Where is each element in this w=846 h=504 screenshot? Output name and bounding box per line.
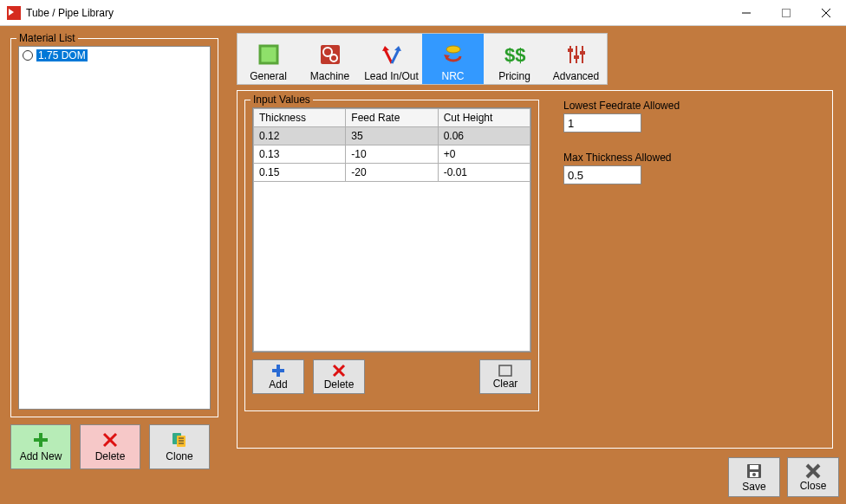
svg-text:$$: $$ [504,44,525,66]
add-row-button[interactable]: Add [252,359,304,394]
app-icon [7,6,21,20]
x-icon [332,364,346,378]
cell-cutheight[interactable]: +0 [438,145,530,164]
col-feedrate[interactable]: Feed Rate [346,109,438,127]
cell-feedrate[interactable]: -10 [346,145,438,164]
cell-feedrate[interactable]: 35 [346,127,438,145]
delete-material-button[interactable]: Delete [80,424,140,469]
advanced-icon [563,41,590,68]
tab-pricing-label: Pricing [498,70,530,82]
material-list-panel: Material List 1.75 DOM [10,38,218,417]
col-cutheight[interactable]: Cut Height [438,109,530,127]
add-new-label: Add New [20,450,62,462]
tab-machine[interactable]: Machine [299,34,361,84]
radio-icon [23,50,33,61]
lowest-feedrate-block: Lowest Feedrate Allowed [563,100,680,132]
tab-bar: General Machine Lead In/Out NRC [237,33,608,85]
clone-material-button[interactable]: Clone [149,424,210,469]
lowest-feedrate-input[interactable] [563,113,641,132]
tab-leadinout[interactable]: Lead In/Out [361,34,422,84]
minimize-button[interactable] [726,0,766,26]
plus-icon [32,431,49,449]
svg-point-17 [446,46,460,53]
cell-feedrate[interactable]: -20 [346,164,438,182]
grid-row[interactable]: 0.13 -10 +0 [254,145,530,164]
clone-icon [171,431,188,449]
clone-label: Clone [166,450,192,462]
lowest-feedrate-label: Lowest Feedrate Allowed [563,100,680,112]
nrc-icon [439,41,467,68]
cell-thickness[interactable]: 0.12 [254,127,346,145]
tab-machine-label: Machine [310,70,349,82]
tab-advanced[interactable]: Advanced [545,34,607,84]
add-row-label: Add [269,378,287,391]
max-thickness-block: Max Thickness Allowed [563,152,672,184]
clear-icon [498,365,512,377]
input-values-legend: Input Values [251,94,313,106]
svg-rect-5 [34,438,48,442]
svg-rect-22 [568,48,573,52]
x-icon [805,463,821,479]
svg-rect-26 [272,369,284,372]
delete-label: Delete [95,450,126,462]
tab-content: Input Values Thickness Feed Rate Cut Hei… [237,90,833,449]
cell-thickness[interactable]: 0.13 [254,145,346,164]
clear-rows-label: Clear [493,378,518,390]
x-icon [101,431,119,449]
delete-row-button[interactable]: Delete [313,359,365,394]
tab-pricing[interactable]: $$ Pricing [484,34,545,84]
grid-empty-area[interactable] [253,182,530,352]
input-values-buttons: Add Delete Clear [252,359,531,394]
grid-row[interactable]: 0.12 35 0.06 [254,127,530,145]
tab-advanced-label: Advanced [553,70,599,82]
svg-rect-1 [783,9,791,16]
pricing-icon: $$ [501,41,529,68]
tab-nrc[interactable]: NRC [422,34,484,84]
svg-rect-31 [750,465,758,469]
window-title: Tube / Pipe Library [26,7,114,19]
material-list[interactable]: 1.75 DOM [18,46,211,410]
svg-rect-13 [260,46,277,63]
cell-cutheight[interactable]: -0.01 [438,164,530,182]
plus-icon [271,364,285,378]
delete-row-label: Delete [324,378,355,391]
svg-rect-24 [580,51,585,55]
save-label: Save [742,481,765,493]
cell-cutheight[interactable]: 0.06 [438,127,530,145]
max-thickness-label: Max Thickness Allowed [563,152,672,164]
input-values-panel: Input Values Thickness Feed Rate Cut Hei… [244,100,539,411]
close-window-button[interactable] [806,0,846,26]
material-item-label: 1.75 DOM [36,49,88,61]
close-button[interactable]: Close [787,457,839,497]
save-icon [745,462,763,480]
tab-leadinout-label: Lead In/Out [364,70,419,82]
clear-rows-button[interactable]: Clear [479,359,531,394]
main-panel: General Machine Lead In/Out NRC [229,31,837,456]
material-buttons: Add New Delete Clone [10,424,210,469]
tab-general[interactable]: General [238,34,299,84]
leadinout-icon [378,41,406,68]
add-new-material-button[interactable]: Add New [10,424,71,469]
grid-header-row: Thickness Feed Rate Cut Height [254,109,530,127]
cell-thickness[interactable]: 0.15 [254,164,346,182]
titlebar: Tube / Pipe Library [0,0,846,26]
max-thickness-input[interactable] [563,165,641,184]
svg-rect-29 [499,365,511,376]
material-list-legend: Material List [16,32,78,44]
tab-nrc-label: NRC [442,70,465,82]
close-label: Close [800,480,827,492]
grid-row[interactable]: 0.15 -20 -0.01 [254,164,530,182]
machine-icon [316,41,344,68]
save-button[interactable]: Save [728,457,780,497]
svg-point-33 [752,473,756,476]
col-thickness[interactable]: Thickness [254,109,346,127]
maximize-button[interactable] [766,0,806,26]
svg-rect-23 [574,55,579,59]
material-list-item[interactable]: 1.75 DOM [21,48,208,62]
input-values-grid[interactable]: Thickness Feed Rate Cut Height 0.12 35 0… [252,107,531,352]
tab-general-label: General [250,70,287,82]
app-body: Material List 1.75 DOM Add New Delete Cl… [0,26,846,504]
general-icon [255,41,283,68]
